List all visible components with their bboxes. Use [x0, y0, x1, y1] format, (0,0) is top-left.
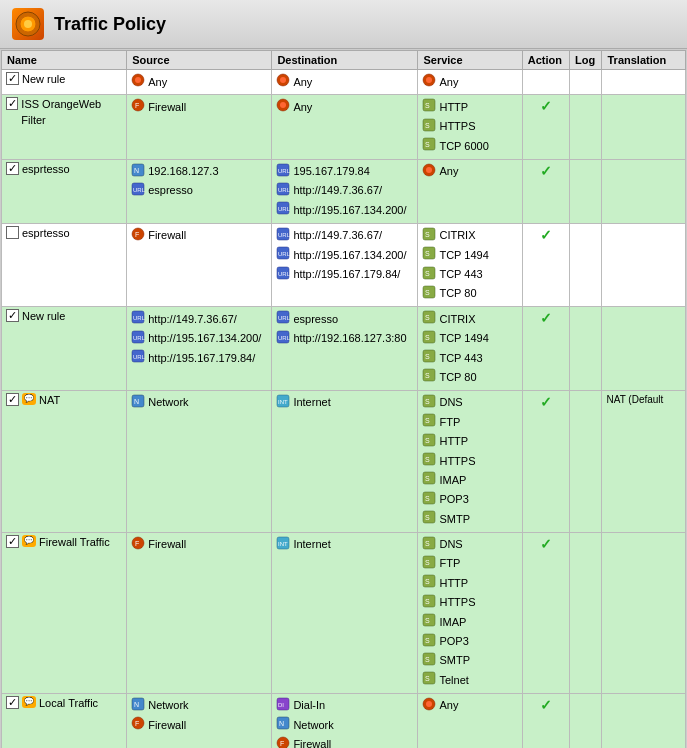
service-icon: S [422, 227, 436, 245]
checkbox-checked[interactable] [6, 535, 19, 548]
comment-bubble: 💬 [22, 535, 36, 547]
service-icon: S [422, 613, 436, 631]
svg-point-114 [426, 701, 432, 707]
rule-name: esprtesso [22, 162, 70, 177]
source-cell: F Firewall [127, 532, 272, 693]
table-row[interactable]: ISS OrangeWeb Filter F Firewall Any S HT… [2, 95, 686, 159]
checkbox-checked[interactable] [6, 309, 19, 322]
source-cell: F Firewall [127, 95, 272, 159]
cell-item: N Network [276, 716, 413, 734]
cell-item: S TCP 1494 [422, 330, 517, 348]
cell-item: URL http://149.7.36.67/ [131, 310, 267, 328]
svg-text:S: S [425, 334, 430, 341]
svg-point-4 [135, 77, 141, 83]
cell-item: S TCP 443 [422, 349, 517, 367]
rule-name: NAT [39, 393, 60, 408]
table-row[interactable]: 💬 Local Traffic N Network F Firewall DI … [2, 693, 686, 748]
svg-text:S: S [425, 122, 430, 129]
svg-text:URL: URL [133, 315, 145, 321]
rule-name: ISS OrangeWeb Filter [21, 97, 122, 128]
checkbox-checked[interactable] [6, 162, 19, 175]
service-cell: S CITRIX S TCP 1494 S TCP 443 S TCP 80 [418, 307, 522, 391]
translation-cell [602, 693, 686, 748]
checkbox-checked[interactable] [6, 72, 19, 85]
service-icon: S [422, 574, 436, 592]
url-icon: URL [276, 330, 290, 348]
cell-item: S FTP [422, 555, 517, 573]
cell-item: INT Internet [276, 394, 413, 412]
svg-text:S: S [425, 231, 430, 238]
checkbox-unchecked[interactable] [6, 226, 19, 239]
destination-cell: Any [272, 95, 418, 159]
col-translation[interactable]: Translation [602, 51, 686, 70]
service-icon: S [422, 510, 436, 528]
svg-text:S: S [425, 372, 430, 379]
col-service[interactable]: Service [418, 51, 522, 70]
checkbox-checked[interactable] [6, 696, 19, 709]
svg-text:URL: URL [278, 187, 290, 193]
cell-item: F Firewall [131, 536, 267, 554]
cell-item: F Firewall [131, 227, 267, 245]
any-icon [422, 697, 436, 715]
svg-text:N: N [134, 167, 139, 174]
svg-text:URL: URL [133, 335, 145, 341]
col-source[interactable]: Source [127, 51, 272, 70]
svg-text:URL: URL [133, 354, 145, 360]
action-checkmark: ✓ [540, 536, 552, 552]
table-row[interactable]: 💬 NAT N Network INT Internet S DNS S FTP… [2, 390, 686, 532]
translation-cell [602, 307, 686, 391]
cell-item: Any [276, 98, 413, 116]
cell-item: S DNS [422, 536, 517, 554]
cell-item: S POP3 [422, 491, 517, 509]
url-icon: URL [131, 330, 145, 348]
cell-item: URL http://195.167.179.84/ [276, 266, 413, 284]
cell-item: Any [422, 73, 517, 91]
svg-text:URL: URL [278, 232, 290, 238]
window-title: Traffic Policy [54, 14, 166, 35]
rule-name: New rule [22, 72, 65, 87]
table-row[interactable]: New rule Any Any Any [2, 70, 686, 95]
table-row[interactable]: esprtesso N 192.168.127.3 URL espresso U… [2, 159, 686, 223]
destination-cell: Any [272, 70, 418, 95]
svg-text:S: S [425, 637, 430, 644]
checkbox-checked[interactable] [6, 97, 18, 110]
service-icon: S [422, 633, 436, 651]
name-cell: esprtesso [2, 223, 127, 307]
cell-item: S TCP 1494 [422, 246, 517, 264]
svg-text:URL: URL [278, 315, 290, 321]
checkbox-checked[interactable] [6, 393, 19, 406]
service-icon: S [422, 118, 436, 136]
table-row[interactable]: 💬 Firewall Traffic F Firewall INT Intern… [2, 532, 686, 693]
svg-text:F: F [135, 231, 139, 238]
any-icon [276, 98, 290, 116]
cell-item: S TCP 443 [422, 266, 517, 284]
col-destination[interactable]: Destination [272, 51, 418, 70]
cell-item: S IMAP [422, 613, 517, 631]
svg-text:URL: URL [278, 271, 290, 277]
translation-cell [602, 159, 686, 223]
name-cell: esprtesso [2, 159, 127, 223]
svg-text:F: F [135, 720, 139, 727]
cell-item: N 192.168.127.3 [131, 163, 267, 181]
table-row[interactable]: New rule URL http://149.7.36.67/ URL htt… [2, 307, 686, 391]
service-cell: Any [418, 159, 522, 223]
col-name[interactable]: Name [2, 51, 127, 70]
svg-text:S: S [425, 540, 430, 547]
col-log[interactable]: Log [569, 51, 602, 70]
svg-point-6 [280, 77, 286, 83]
action-checkmark: ✓ [540, 163, 552, 179]
table-row[interactable]: esprtesso F Firewall URL http://149.7.36… [2, 223, 686, 307]
log-cell [569, 223, 602, 307]
cell-item: F Firewall [131, 716, 267, 734]
any-icon [276, 73, 290, 91]
cell-item: F Firewall [131, 98, 267, 116]
name-cell: New rule [2, 70, 127, 95]
source-cell: F Firewall [127, 223, 272, 307]
svg-point-2 [24, 20, 32, 28]
cell-item: S SMTP [422, 652, 517, 670]
col-action[interactable]: Action [522, 51, 569, 70]
cell-item: Any [422, 163, 517, 181]
any-icon [422, 163, 436, 181]
svg-text:INT: INT [278, 541, 288, 547]
svg-text:URL: URL [278, 206, 290, 212]
